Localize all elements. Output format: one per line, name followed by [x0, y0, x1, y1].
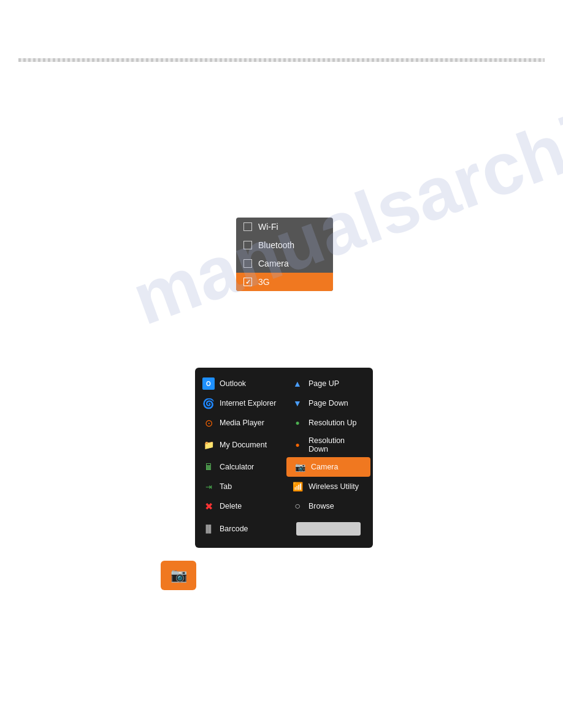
outlook-item[interactable]: O Outlook: [195, 374, 284, 393]
pagedown-item[interactable]: ▼ Page Down: [284, 393, 373, 413]
checkbox-menu: Wi-Fi Bluetooth Camera ✓ 3G: [236, 218, 333, 291]
ie-icon: 🌀: [202, 397, 215, 409]
bluetooth-label: Bluetooth: [258, 240, 294, 250]
calculator-label: Calculator: [220, 463, 254, 471]
top-border: [18, 58, 545, 62]
barcode-label: Barcode: [220, 525, 248, 533]
camera-menu-icon: 📷: [294, 461, 306, 473]
pagedown-label: Page Down: [308, 399, 348, 408]
calculator-item[interactable]: 🖩 Calculator: [195, 457, 284, 477]
resdown-item[interactable]: ● Resolution Down: [284, 433, 373, 457]
watermark: manualsarchive.com: [121, 111, 563, 341]
app-menu: O Outlook ▲ Page UP 🌀 Internet Explorer …: [195, 368, 373, 548]
browse-label: Browse: [308, 502, 334, 510]
wifi-item[interactable]: Wi-Fi: [236, 218, 333, 236]
browse-item[interactable]: ○ Browse: [284, 496, 373, 516]
mediaplayer-icon: ⊙: [202, 417, 215, 429]
search-bar[interactable]: [296, 522, 361, 536]
3g-checkbox[interactable]: ✓: [243, 278, 252, 286]
browse-icon: ○: [291, 500, 304, 512]
app-menu-grid: O Outlook ▲ Page UP 🌀 Internet Explorer …: [195, 374, 373, 542]
camera-label: Camera: [258, 259, 289, 268]
wifi-checkbox[interactable]: [243, 222, 252, 231]
delete-icon: ✖: [202, 500, 215, 512]
mediaplayer-item[interactable]: ⊙ Media Player: [195, 413, 284, 433]
pageup-icon: ▲: [291, 377, 304, 390]
pageup-label: Page UP: [308, 379, 339, 388]
barcode-item[interactable]: ▐▌ Barcode: [195, 516, 284, 542]
3g-item[interactable]: ✓ 3G: [236, 273, 333, 291]
tab-item[interactable]: ⇥ Tab: [195, 477, 284, 496]
mediaplayer-label: Media Player: [220, 419, 264, 427]
wireless-item[interactable]: 📶 Wireless Utility: [284, 477, 373, 496]
delete-label: Delete: [220, 502, 242, 510]
tab-icon: ⇥: [202, 480, 215, 493]
resdown-icon: ●: [291, 439, 304, 451]
pageup-item[interactable]: ▲ Page UP: [284, 374, 373, 393]
camera-menu-item[interactable]: 📷 Camera: [286, 457, 370, 477]
outlook-icon: O: [202, 377, 215, 390]
outlook-label: Outlook: [220, 379, 246, 388]
ie-label: Internet Explorer: [220, 399, 276, 408]
calculator-icon: 🖩: [202, 461, 215, 473]
camera-item[interactable]: Camera: [236, 254, 333, 273]
ie-item[interactable]: 🌀 Internet Explorer: [195, 393, 284, 413]
resup-icon: ●: [291, 417, 304, 429]
mydoc-item[interactable]: 📁 My Document: [195, 433, 284, 457]
camera-button[interactable]: 📷: [161, 561, 196, 590]
delete-item[interactable]: ✖ Delete: [195, 496, 284, 516]
tab-label: Tab: [220, 482, 232, 491]
wireless-label: Wireless Utility: [308, 482, 359, 491]
resdown-label: Resolution Down: [308, 436, 366, 453]
mydoc-icon: 📁: [202, 439, 215, 451]
resup-item[interactable]: ● Resolution Up: [284, 413, 373, 433]
camera-menu-label: Camera: [311, 463, 338, 471]
pagedown-icon: ▼: [291, 397, 304, 409]
wifi-label: Wi-Fi: [258, 222, 278, 232]
camera-checkbox[interactable]: [243, 259, 252, 268]
bluetooth-checkbox[interactable]: [243, 241, 252, 249]
bluetooth-item[interactable]: Bluetooth: [236, 236, 333, 254]
3g-label: 3G: [258, 277, 270, 287]
wireless-icon: 📶: [291, 480, 304, 493]
mydoc-label: My Document: [220, 441, 267, 449]
barcode-icon: ▐▌: [202, 523, 215, 535]
resup-label: Resolution Up: [308, 419, 357, 427]
camera-button-icon: 📷: [170, 567, 187, 583]
